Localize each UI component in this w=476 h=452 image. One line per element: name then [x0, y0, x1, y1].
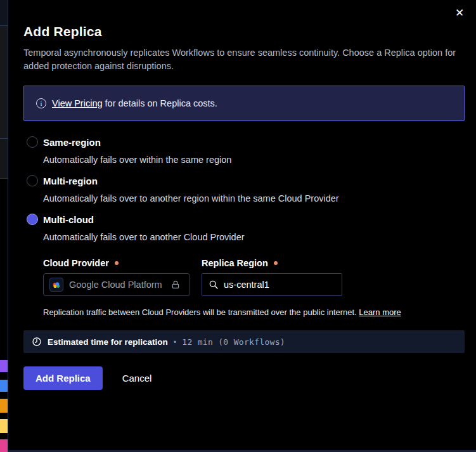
option-label: Multi-region [43, 176, 98, 186]
background-color-block [0, 360, 8, 372]
gcp-logo-icon [49, 278, 63, 292]
background-color-block [0, 439, 8, 452]
option-label: Same-region [43, 137, 101, 148]
replica-region-field: Replica Region [202, 257, 342, 296]
option-description: Automatically fails over within the same… [43, 153, 465, 166]
cloud-provider-value: Google Cloud Platform [69, 280, 162, 290]
close-icon[interactable]: ✕ [452, 5, 467, 20]
pricing-info-banner: i View Pricing for details on Replica co… [23, 86, 465, 121]
multi-cloud-form: Cloud Provider Google Cloud P [43, 257, 465, 296]
option-description: Automatically fails over to another Clou… [43, 231, 465, 243]
option-multi-region: Multi-region Automatically fails over to… [27, 175, 465, 205]
pricing-banner-text: View Pricing for details on Replica cost… [52, 98, 217, 108]
public-internet-note: Replication traffic between Cloud Provid… [43, 307, 465, 317]
clock-icon [32, 337, 42, 347]
radio-unselected-icon[interactable] [27, 175, 38, 186]
radio-selected-icon[interactable] [27, 214, 38, 225]
search-icon [209, 280, 219, 290]
estimate-value: 12 min (0 Workflows) [182, 337, 285, 347]
option-multi-cloud-radio-row[interactable]: Multi-cloud [27, 214, 465, 225]
cloud-provider-select[interactable]: Google Cloud Platform [43, 273, 190, 296]
required-dot-icon [115, 261, 119, 265]
lock-icon [170, 280, 181, 290]
option-multi-region-radio-row[interactable]: Multi-region [27, 175, 465, 186]
cloud-provider-field: Cloud Provider Google Cloud P [43, 257, 190, 296]
replica-option-group: Same-region Automatically fails over wit… [23, 136, 465, 317]
modal-description: Temporal asynchronously replicates Workf… [23, 46, 465, 73]
add-replica-modal: ✕ Add Replica Temporal asynchronously re… [8, 0, 476, 450]
field-label-text: Replica Region [202, 258, 268, 268]
estimate-label: Estimated time for replication [48, 337, 168, 347]
replica-region-input-box[interactable] [202, 273, 342, 296]
replica-region-input[interactable] [224, 280, 325, 290]
view-pricing-link[interactable]: View Pricing [52, 98, 103, 108]
learn-more-link[interactable]: Learn more [359, 307, 401, 317]
background-color-block [0, 419, 8, 433]
dot-separator: • [174, 337, 177, 347]
modal-title: Add Replica [23, 24, 465, 39]
background-color-block [0, 399, 8, 413]
replica-region-label: Replica Region [202, 257, 342, 268]
background-color-block [0, 380, 8, 392]
field-label-text: Cloud Provider [43, 258, 109, 268]
option-multi-cloud: Multi-cloud Automatically fails over to … [27, 214, 465, 317]
pricing-banner-rest: for details on Replica costs. [103, 98, 217, 108]
background-segment [0, 139, 8, 179]
estimate-banner: Estimated time for replication • 12 min … [23, 330, 465, 353]
option-description: Automatically fails over to another regi… [43, 192, 465, 205]
background-segment [0, 0, 8, 26]
option-same-region: Same-region Automatically fails over wit… [27, 136, 465, 166]
option-label: Multi-cloud [43, 214, 94, 225]
cloud-provider-label: Cloud Provider [43, 257, 190, 268]
modal-actions: Add Replica Cancel [23, 366, 465, 390]
background-segment [0, 26, 8, 139]
background-page-strip [0, 0, 8, 452]
info-icon: i [36, 98, 46, 108]
required-dot-icon [274, 261, 278, 265]
note-text: Replication traffic between Cloud Provid… [43, 307, 359, 317]
add-replica-button[interactable]: Add Replica [23, 366, 103, 390]
option-same-region-radio-row[interactable]: Same-region [27, 136, 465, 148]
radio-unselected-icon[interactable] [27, 136, 38, 148]
cancel-button[interactable]: Cancel [122, 373, 152, 384]
